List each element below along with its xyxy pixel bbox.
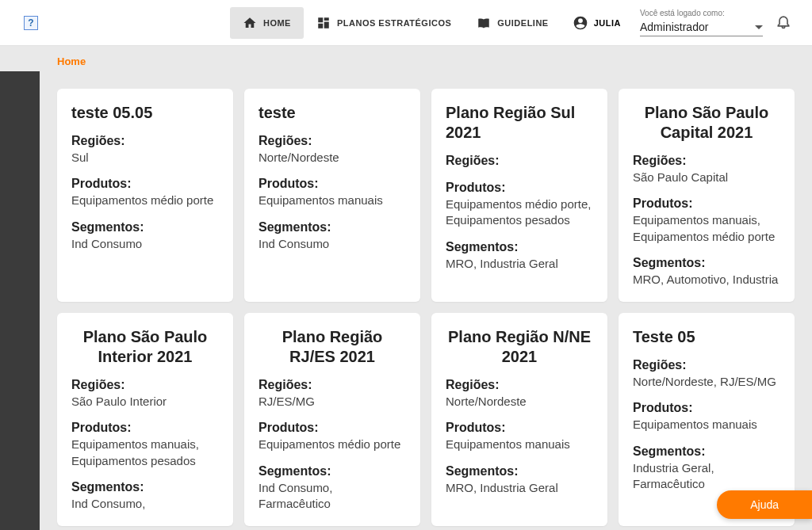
field-label: Regiões: — [633, 154, 780, 168]
card-field-regioes: Regiões:Norte/Nordeste, RJ/ES/MG — [633, 358, 780, 390]
plan-card[interactable]: Plano Região Sul 2021Regiões:Produtos:Eq… — [431, 89, 607, 302]
plan-card[interactable]: teste 05.05Regiões:SulProdutos:Equipamen… — [57, 89, 233, 302]
field-value: Equipamentos médio porte — [71, 193, 219, 208]
plan-card[interactable]: Plano Região N/NE 2021Regiões:Norte/Nord… — [431, 313, 607, 526]
main-layout: teste 05.05Regiões:SulProdutos:Equipamen… — [0, 71, 812, 530]
content: teste 05.05Regiões:SulProdutos:Equipamen… — [40, 71, 812, 530]
field-value: Ind Consumo — [71, 236, 219, 252]
field-label: Produtos: — [446, 421, 593, 435]
card-grid: teste 05.05Regiões:SulProdutos:Equipamen… — [57, 89, 795, 526]
breadcrumb-home[interactable]: Home — [57, 55, 86, 67]
field-label: Segmentos: — [633, 444, 780, 459]
card-field-regioes: Regiões: — [446, 154, 593, 170]
card-title: Plano Região Sul 2021 — [446, 103, 593, 143]
field-value: Industria Geral, Farmacêutico — [633, 460, 780, 493]
field-value: Equipamentos manuais, Equipamentos médio… — [633, 212, 780, 245]
field-label: Segmentos: — [633, 256, 780, 270]
card-field-segmentos: Segmentos:MRO, Industria Geral — [446, 240, 593, 272]
main-nav: HOME PLANOS ESTRATÉGICOS GUIDELINE JULIA… — [230, 7, 796, 39]
field-label: Segmentos: — [259, 464, 406, 479]
field-value: Norte/Nordeste — [259, 150, 406, 166]
field-label: Segmentos: — [259, 220, 406, 234]
card-field-regioes: Regiões:Norte/Nordeste — [446, 378, 593, 410]
card-field-produtos: Produtos:Equipamentos médio porte — [259, 421, 406, 452]
field-label: Segmentos: — [446, 464, 593, 479]
field-label: Regiões: — [446, 154, 593, 168]
role-value: Administrador — [640, 21, 708, 33]
field-label: Produtos: — [259, 421, 406, 435]
book-icon — [477, 16, 491, 30]
field-value: Equipamentos manuais — [633, 417, 780, 433]
sidebar — [0, 71, 40, 530]
field-value: Equipamentos manuais — [259, 193, 406, 208]
chevron-down-icon — [755, 25, 763, 29]
card-title: Teste 05 — [633, 327, 780, 347]
logo-icon: ? — [24, 16, 38, 30]
field-value: Equipamentos médio porte, Equipamentos p… — [446, 196, 593, 229]
help-button[interactable]: Ajuda — [717, 490, 812, 519]
card-field-produtos: Produtos:Equipamentos manuais — [446, 421, 593, 452]
field-value: Equipamentos manuais, Equipamentos pesad… — [71, 437, 219, 469]
field-label: Regiões: — [71, 134, 219, 148]
field-value: Equipamentos manuais — [446, 437, 593, 452]
card-field-regioes: Regiões:RJ/ES/MG — [259, 378, 406, 410]
notifications-button[interactable] — [771, 13, 796, 32]
card-field-produtos: Produtos:Equipamentos manuais — [259, 177, 406, 208]
field-value: MRO, Automotivo, Industria — [633, 272, 780, 288]
nav-guideline[interactable]: GUIDELINE — [464, 7, 561, 39]
role-select[interactable]: Administrador — [640, 18, 763, 36]
topbar: ? HOME PLANOS ESTRATÉGICOS GUIDELINE JUL… — [0, 0, 812, 46]
home-icon — [243, 16, 257, 30]
card-title: teste — [259, 103, 406, 123]
card-field-segmentos: Segmentos:Ind Consumo, Farmacêutico — [259, 464, 406, 513]
field-label: Regiões: — [259, 378, 406, 392]
card-title: Plano São Paulo Interior 2021 — [71, 327, 219, 367]
plan-card[interactable]: Plano São Paulo Capital 2021Regiões:São … — [619, 89, 795, 302]
field-label: Regiões: — [633, 358, 780, 372]
field-value: MRO, Industria Geral — [446, 480, 593, 496]
dashboard-icon — [316, 16, 331, 30]
field-label: Segmentos: — [71, 220, 219, 234]
nav-home[interactable]: HOME — [230, 7, 304, 39]
card-field-segmentos: Segmentos:Industria Geral, Farmacêutico — [633, 444, 780, 493]
field-label: Produtos: — [259, 177, 406, 191]
field-value: São Paulo Interior — [71, 394, 219, 410]
field-value: Ind Consumo, Farmacêutico — [259, 480, 406, 513]
nav-guideline-label: GUIDELINE — [497, 18, 548, 28]
card-title: Plano Região N/NE 2021 — [446, 327, 593, 367]
field-label: Regiões: — [446, 378, 593, 392]
field-value: Ind Consumo — [259, 236, 406, 252]
field-label: Produtos: — [633, 196, 780, 211]
plan-card[interactable]: Plano Região RJ/ES 2021Regiões:RJ/ES/MGP… — [244, 313, 420, 526]
card-field-produtos: Produtos:Equipamentos médio porte, Equip… — [446, 181, 593, 229]
card-field-regioes: Regiões:Norte/Nordeste — [259, 134, 406, 166]
field-value: São Paulo Capital — [633, 170, 780, 185]
card-field-segmentos: Segmentos:Ind Consumo — [259, 220, 406, 252]
role-label: Você está logado como: — [640, 9, 763, 18]
field-label: Produtos: — [71, 421, 219, 435]
card-field-regioes: Regiões:Sul — [71, 134, 219, 166]
field-label: Regiões: — [259, 134, 406, 148]
field-value: Sul — [71, 150, 219, 166]
card-field-produtos: Produtos:Equipamentos médio porte — [71, 177, 219, 208]
field-label: Segmentos: — [71, 480, 219, 494]
card-field-segmentos: Segmentos:Ind Consumo — [71, 220, 219, 252]
plan-card[interactable]: Plano São Paulo Interior 2021Regiões:São… — [57, 313, 233, 526]
card-field-produtos: Produtos:Equipamentos manuais, Equipamen… — [71, 421, 219, 469]
field-value: Norte/Nordeste — [446, 394, 593, 410]
nav-planos[interactable]: PLANOS ESTRATÉGICOS — [304, 7, 464, 39]
field-value: MRO, Industria Geral — [446, 256, 593, 272]
user-icon — [573, 15, 588, 31]
card-field-segmentos: Segmentos:Ind Consumo, — [71, 480, 219, 512]
card-field-regioes: Regiões:São Paulo Interior — [71, 378, 219, 410]
user-menu[interactable]: JULIA — [561, 15, 632, 31]
card-field-produtos: Produtos:Equipamentos manuais — [633, 401, 780, 433]
field-label: Produtos: — [446, 181, 593, 195]
field-label: Regiões: — [71, 378, 219, 392]
field-value: Ind Consumo, — [71, 496, 219, 512]
plan-card[interactable]: testeRegiões:Norte/NordesteProdutos:Equi… — [244, 89, 420, 302]
field-value: Norte/Nordeste, RJ/ES/MG — [633, 374, 780, 390]
field-label: Produtos: — [633, 401, 780, 415]
bell-icon — [776, 13, 791, 29]
role-selector[interactable]: Você está logado como: Administrador — [632, 9, 771, 36]
